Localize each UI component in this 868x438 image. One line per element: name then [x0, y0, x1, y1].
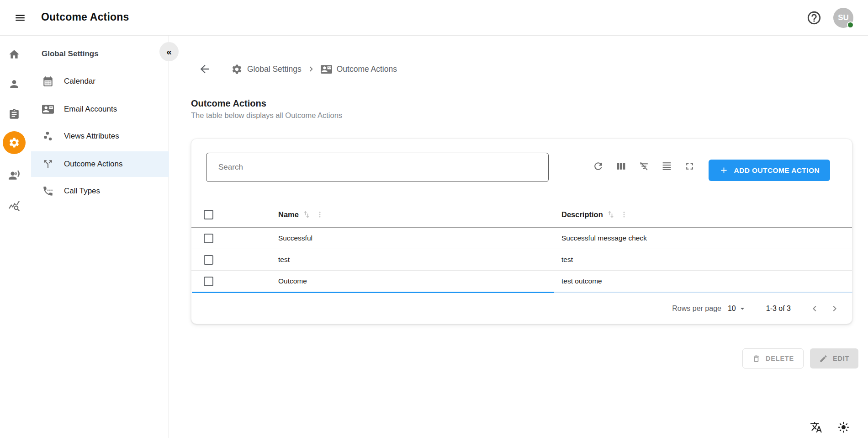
column-header-name: Name [278, 210, 561, 219]
breadcrumb-outcome-actions[interactable]: Outcome Actions [321, 64, 397, 75]
breadcrumb-label: Outcome Actions [337, 64, 397, 74]
breadcrumb-label: Global Settings [247, 64, 302, 74]
density-icon[interactable] [661, 160, 672, 172]
sidebar-item-label: Calendar [64, 77, 95, 86]
page-subtitle: The table below displays all Outcome Act… [191, 111, 342, 120]
fullscreen-icon[interactable] [684, 160, 695, 172]
previous-page-icon[interactable] [809, 303, 820, 314]
online-status-dot [847, 21, 854, 28]
select-all-checkbox[interactable] [204, 210, 213, 219]
breadcrumb: Global Settings Outcome Actions [198, 61, 397, 77]
split-arrows-icon [42, 158, 54, 170]
pencil-icon [819, 354, 828, 363]
help-icon[interactable] [806, 10, 822, 26]
cell-name: Successful [278, 234, 561, 242]
outcome-actions-table: Name Description Successful [191, 202, 852, 292]
calendar-icon [42, 75, 54, 87]
back-arrow-icon[interactable] [198, 63, 211, 75]
row-checkbox[interactable] [204, 255, 213, 265]
breadcrumb-global-settings[interactable]: Global Settings [231, 64, 302, 75]
trash-icon [752, 354, 761, 363]
column-header-description: Description [561, 210, 852, 219]
settings-icon-active[interactable] [3, 131, 26, 154]
cell-name: test [278, 256, 561, 264]
menu-icon[interactable] [14, 12, 26, 24]
corner-utilities [810, 421, 850, 433]
gear-icon [231, 64, 243, 75]
refresh-icon[interactable] [593, 160, 604, 172]
scrollbar-thumb[interactable] [192, 292, 554, 293]
table-row[interactable]: Successful Successful message check [191, 228, 852, 249]
home-icon[interactable] [8, 48, 20, 60]
outcome-actions-card: ADD OUTCOME ACTION Name Description [191, 139, 852, 324]
cell-description: test outcome [561, 277, 852, 285]
search-input[interactable] [206, 153, 549, 182]
row-checkbox[interactable] [204, 234, 213, 243]
add-outcome-action-button[interactable]: ADD OUTCOME ACTION [709, 160, 830, 181]
sort-icon[interactable] [302, 210, 311, 219]
phone-dots-icon [42, 185, 54, 197]
delete-button[interactable]: DELETE [742, 348, 804, 369]
chevron-right-icon [306, 64, 316, 74]
settings-sidebar: Global Settings Calendar Email Accounts … [31, 36, 169, 438]
analytics-search-icon[interactable] [8, 200, 20, 212]
person-icon[interactable] [8, 78, 20, 90]
top-app-bar: Outcome Actions SU [0, 0, 868, 36]
cell-name: Outcome [278, 277, 561, 285]
sidebar-item-label: Email Accounts [64, 105, 117, 114]
rows-per-page-value: 10 [728, 304, 736, 313]
page-title: Outcome Actions [191, 98, 266, 109]
pagination-range: 1-3 of 3 [766, 304, 791, 313]
row-action-buttons: DELETE EDIT [742, 348, 858, 369]
sidebar-header: Global Settings [42, 49, 99, 59]
row-checkbox[interactable] [204, 277, 213, 286]
table-row[interactable]: test test [191, 249, 852, 271]
edit-button-label: EDIT [833, 355, 849, 362]
sidebar-item-email-accounts[interactable]: Email Accounts [31, 96, 169, 122]
rows-per-page-select[interactable]: 10 [728, 304, 747, 313]
table-toolbar [593, 160, 695, 172]
horizontal-scrollbar[interactable] [192, 292, 852, 293]
filter-off-icon[interactable] [638, 160, 650, 172]
app-title: Outcome Actions [41, 11, 129, 23]
add-button-label: ADD OUTCOME ACTION [734, 166, 820, 175]
plus-icon [719, 166, 729, 175]
dropdown-caret-icon [738, 304, 747, 313]
column-menu-icon[interactable] [316, 210, 324, 219]
icon-rail [0, 36, 31, 438]
sidebar-collapse-icon[interactable]: « [159, 42, 179, 61]
cell-description: Successful message check [561, 234, 852, 242]
sidebar-item-call-types[interactable]: Call Types [31, 178, 169, 204]
sort-icon[interactable] [606, 210, 615, 219]
table-row[interactable]: Outcome test outcome [191, 271, 852, 292]
columns-icon[interactable] [615, 160, 627, 172]
delete-button-label: DELETE [766, 355, 794, 362]
sidebar-item-label: Call Types [64, 187, 100, 196]
tasks-icon[interactable] [8, 108, 20, 120]
next-page-icon[interactable] [829, 303, 840, 314]
sidebar-item-outcome-actions[interactable]: Outcome Actions [31, 151, 169, 177]
contact-card-icon [42, 103, 54, 115]
brightness-icon[interactable] [837, 421, 850, 433]
sidebar-item-label: Views Attributes [64, 132, 119, 141]
column-menu-icon[interactable] [620, 210, 628, 219]
avatar-initials: SU [838, 13, 849, 22]
table-pagination: Rows per page 10 1-3 of 3 [191, 294, 852, 324]
sidebar-item-calendar[interactable]: Calendar [31, 69, 169, 94]
sidebar-item-label: Outcome Actions [64, 160, 123, 169]
table-header-row: Name Description [191, 202, 852, 228]
contact-card-icon [321, 64, 332, 75]
voice-over-icon[interactable] [8, 169, 20, 181]
translate-icon[interactable] [810, 421, 822, 433]
cell-description: test [561, 256, 852, 264]
sidebar-item-views-attributes[interactable]: Views Attributes [31, 123, 169, 149]
rows-per-page-label: Rows per page [672, 304, 721, 313]
scatter-dots-icon [42, 130, 54, 142]
edit-button[interactable]: EDIT [810, 348, 858, 369]
